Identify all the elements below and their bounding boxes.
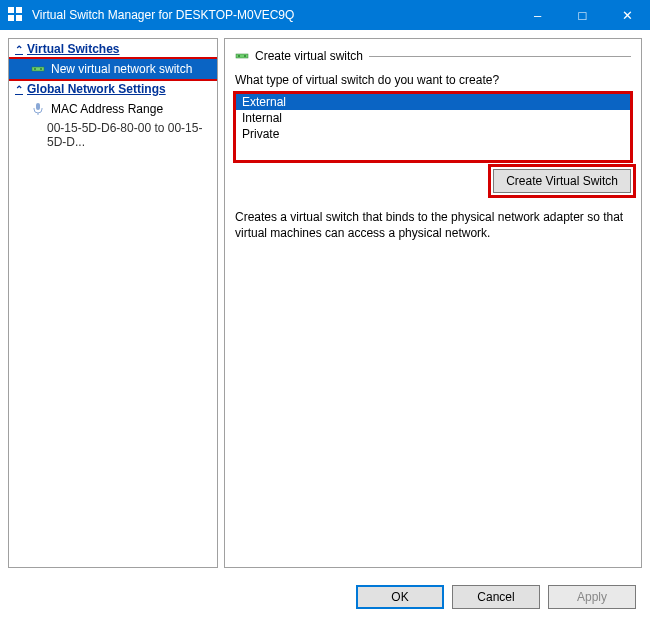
svg-point-1 bbox=[34, 68, 36, 70]
content-area: ⌃ Virtual Switches New virtual network s… bbox=[0, 30, 650, 576]
minimize-button[interactable]: – bbox=[515, 0, 560, 30]
switch-type-option-internal[interactable]: Internal bbox=[236, 110, 630, 126]
section-title-text: Create virtual switch bbox=[255, 49, 363, 63]
divider bbox=[369, 56, 631, 57]
switch-type-description: Creates a virtual switch that binds to t… bbox=[235, 209, 631, 241]
sidebar-item-label: MAC Address Range bbox=[51, 102, 163, 116]
switch-type-question: What type of virtual switch do you want … bbox=[235, 73, 631, 87]
sidebar-item-mac-range-detail: 00-15-5D-D6-80-00 to 00-15-5D-D... bbox=[9, 119, 217, 151]
sidebar-section-label: Virtual Switches bbox=[27, 42, 119, 56]
svg-point-2 bbox=[40, 68, 42, 70]
network-switch-icon bbox=[31, 62, 45, 76]
sidebar: ⌃ Virtual Switches New virtual network s… bbox=[8, 38, 218, 568]
switch-type-option-external[interactable]: External bbox=[236, 94, 630, 110]
sidebar-item-mac-address-range[interactable]: MAC Address Range bbox=[9, 99, 217, 119]
sidebar-item-new-virtual-switch[interactable]: New virtual network switch bbox=[9, 59, 217, 79]
create-virtual-switch-button[interactable]: Create Virtual Switch bbox=[493, 169, 631, 193]
sidebar-section-virtual-switches[interactable]: ⌃ Virtual Switches bbox=[9, 39, 217, 59]
switch-type-listbox[interactable]: External Internal Private bbox=[235, 93, 631, 161]
chevron-up-icon: ⌃ bbox=[15, 44, 23, 55]
svg-rect-3 bbox=[36, 103, 40, 110]
window-title: Virtual Switch Manager for DESKTOP-M0VEC… bbox=[32, 8, 515, 22]
chevron-up-icon: ⌃ bbox=[15, 84, 23, 95]
switch-type-option-private[interactable]: Private bbox=[236, 126, 630, 142]
sidebar-item-label: New virtual network switch bbox=[51, 62, 192, 76]
create-button-row: Create Virtual Switch bbox=[235, 169, 631, 193]
close-button[interactable]: ✕ bbox=[605, 0, 650, 30]
title-bar: Virtual Switch Manager for DESKTOP-M0VEC… bbox=[0, 0, 650, 30]
svg-rect-0 bbox=[32, 67, 44, 71]
mac-range-icon bbox=[31, 102, 45, 116]
window-controls: – □ ✕ bbox=[515, 0, 650, 30]
section-header: Create virtual switch bbox=[235, 49, 631, 63]
app-icon bbox=[8, 7, 24, 23]
dialog-footer: OK Cancel Apply bbox=[0, 576, 650, 618]
sidebar-section-global-network[interactable]: ⌃ Global Network Settings bbox=[9, 79, 217, 99]
network-switch-icon bbox=[235, 49, 249, 63]
apply-button[interactable]: Apply bbox=[548, 585, 636, 609]
maximize-button[interactable]: □ bbox=[560, 0, 605, 30]
svg-rect-5 bbox=[236, 54, 248, 58]
ok-button[interactable]: OK bbox=[356, 585, 444, 609]
main-panel: Create virtual switch What type of virtu… bbox=[224, 38, 642, 568]
sidebar-section-label: Global Network Settings bbox=[27, 82, 166, 96]
cancel-button[interactable]: Cancel bbox=[452, 585, 540, 609]
svg-point-7 bbox=[244, 55, 246, 57]
svg-point-6 bbox=[238, 55, 240, 57]
